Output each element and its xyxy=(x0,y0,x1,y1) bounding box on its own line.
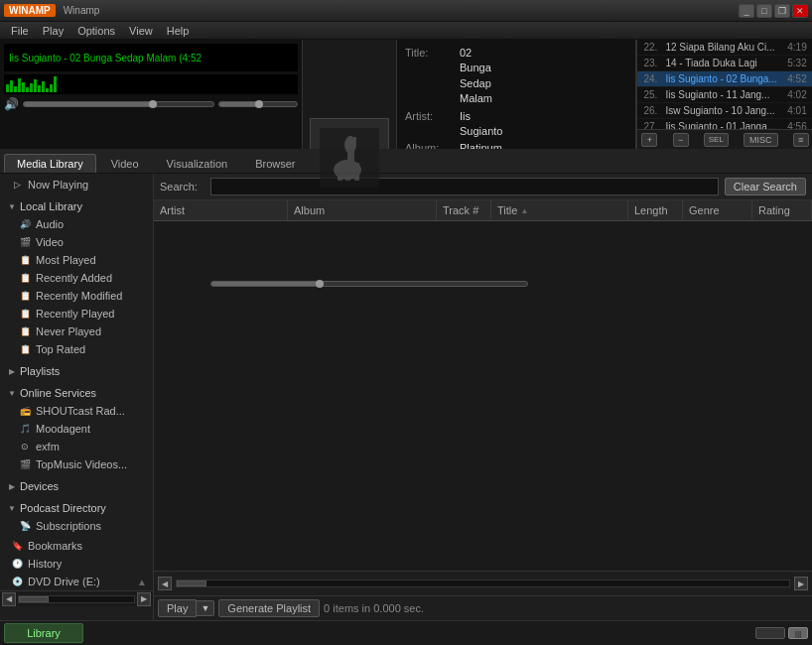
table-header: Artist Album Track # Title ▲ xyxy=(154,200,812,221)
sidebar-item-history[interactable]: 🕐 History xyxy=(0,555,153,573)
play-main-button[interactable]: Play xyxy=(158,599,197,617)
play-button-group: Play ▼ xyxy=(158,599,214,617)
clear-search-button[interactable]: Clear Search xyxy=(725,178,806,195)
menu-help[interactable]: Help xyxy=(160,22,197,39)
bottom-ctrl-1[interactable] xyxy=(755,627,785,639)
tab-video[interactable]: Video xyxy=(98,154,152,173)
menu-play[interactable]: Play xyxy=(36,22,70,39)
sidebar-scroll-right[interactable]: ▶ xyxy=(137,592,151,606)
sidebar-devices-header[interactable]: ▶ Devices xyxy=(0,477,153,495)
exfm-icon: ⊙ xyxy=(18,440,32,453)
sidebar-item-recently-modified[interactable]: 📋 Recently Modified xyxy=(0,287,153,305)
library-button[interactable]: Library xyxy=(4,623,83,643)
sidebar-online-services-section: ▼ Online Services 📻 SHOUTcast Rad... 🎵 M… xyxy=(0,382,153,475)
playlist-item-25[interactable]: 25. Iis Sugianto - 11 Jang... 4:02 xyxy=(637,87,812,103)
playlist-item-24[interactable]: 24. Iis Sugianto - 02 Bunga... 4:52 xyxy=(637,71,812,87)
recently-added-label: Recently Added xyxy=(36,272,112,284)
sidebar-item-topmusic[interactable]: 🎬 TopMusic Videos... xyxy=(0,455,153,473)
svg-rect-7 xyxy=(349,136,352,142)
hscroll-track[interactable] xyxy=(176,580,790,587)
playlist-item-27[interactable]: 27. Iis Sugianto - 01 Janga... 4:56 xyxy=(637,119,812,129)
play-dropdown-arrow[interactable]: ▼ xyxy=(197,600,214,616)
close-button[interactable]: ✕ xyxy=(792,4,808,18)
sidebar-item-recently-played[interactable]: 📋 Recently Played xyxy=(0,305,153,322)
playlist-item-23[interactable]: 23. 14 - Tiada Duka Lagi 5:32 xyxy=(637,56,812,71)
balance-slider[interactable] xyxy=(218,101,298,107)
tab-media-library[interactable]: Media Library xyxy=(4,154,96,173)
sidebar-item-moodagent[interactable]: 🎵 Moodagent xyxy=(0,420,153,438)
seek-slider[interactable] xyxy=(210,281,528,287)
dvd-eject-icon[interactable]: ▲ xyxy=(137,577,147,587)
maximize-button[interactable]: □ xyxy=(756,4,772,18)
detail-row-artist: Artist: Iis Sugianto xyxy=(405,109,502,140)
hscroll-thumb[interactable] xyxy=(177,580,206,586)
playlists-label: Playlists xyxy=(20,365,60,377)
sidebar-item-exfm[interactable]: ⊙ exfm xyxy=(0,438,153,455)
sidebar-item-shoutcast[interactable]: 📻 SHOUTcast Rad... xyxy=(0,402,153,420)
col-header-rating[interactable]: Rating xyxy=(752,200,812,220)
sidebar-now-playing-section: ▷ Now Playing xyxy=(0,174,153,195)
playlist-item-22[interactable]: 22. 12 Siapa Bilang Aku Ci... 4:19 xyxy=(637,40,812,56)
playlist-item-26[interactable]: 26. Isw Sugianto - 10 Jang... 4:01 xyxy=(637,103,812,119)
volume-slider[interactable] xyxy=(23,101,214,107)
player-section: Iis Sugianto - 02 Bunga Sedap Malam (4:5… xyxy=(0,40,812,149)
sidebar-item-dvd[interactable]: 💿 DVD Drive (E:) ▲ xyxy=(0,573,153,590)
recently-added-icon: 📋 xyxy=(18,271,32,285)
sidebar-scrollbar-thumb[interactable] xyxy=(19,596,49,602)
menu-view[interactable]: View xyxy=(122,22,160,39)
sidebar-online-services-header[interactable]: ▼ Online Services xyxy=(0,384,153,402)
sidebar-item-video[interactable]: 🎬 Video xyxy=(0,233,153,251)
expand-arrow-icon: ▼ xyxy=(6,200,18,212)
search-input[interactable] xyxy=(210,178,719,195)
col-header-genre[interactable]: Genre xyxy=(683,200,752,220)
col-header-album[interactable]: Album xyxy=(288,200,437,220)
pl-title: Iis Sugianto - 02 Bunga... xyxy=(665,73,776,84)
sidebar-local-library-section: ▼ Local Library 🔊 Audio 🎬 Video 📋 Most P… xyxy=(0,195,153,360)
pl-add-button[interactable]: + xyxy=(641,133,657,147)
col-header-length[interactable]: Length xyxy=(628,200,683,220)
sidebar-playlists-header[interactable]: ▶ Playlists xyxy=(0,362,153,380)
sidebar-item-top-rated[interactable]: 📋 Top Rated xyxy=(0,340,153,358)
tab-browser[interactable]: Browser xyxy=(242,154,308,173)
recently-played-icon: 📋 xyxy=(18,307,32,321)
sidebar-item-most-played[interactable]: 📋 Most Played xyxy=(0,251,153,269)
col-header-artist[interactable]: Artist xyxy=(154,200,288,220)
tab-visualization[interactable]: Visualization xyxy=(154,154,241,173)
viz-bar xyxy=(18,78,21,92)
hscroll-right-button[interactable]: ▶ xyxy=(794,577,808,590)
bottom-ctrl-2[interactable]: ||| xyxy=(788,627,808,639)
generate-playlist-button[interactable]: Generate Playlist xyxy=(218,599,320,617)
pl-misc-button[interactable]: MISC xyxy=(744,133,778,147)
restore-button[interactable]: ❐ xyxy=(774,4,790,18)
pl-sel-button[interactable]: SEL xyxy=(704,133,729,147)
title-value: 02 Bunga Sedap Malam xyxy=(460,46,502,107)
shoutcast-label: SHOUTcast Rad... xyxy=(36,405,125,417)
sidebar-item-now-playing[interactable]: ▷ Now Playing xyxy=(0,176,153,194)
col-header-track[interactable]: Track # xyxy=(437,200,491,220)
menu-options[interactable]: Options xyxy=(70,22,122,39)
volume-icon: 🔊 xyxy=(4,97,19,111)
artist-label: Artist: xyxy=(405,109,460,140)
pl-list-button[interactable]: ≡ xyxy=(793,133,809,147)
window-controls: _ □ ❐ ✕ xyxy=(739,4,808,18)
menu-file[interactable]: File xyxy=(4,22,36,39)
sidebar-item-recently-added[interactable]: 📋 Recently Added xyxy=(0,269,153,287)
sidebar-scrollbar-track[interactable] xyxy=(18,595,135,603)
recently-modified-icon: 📋 xyxy=(18,289,32,303)
sidebar-item-bookmarks[interactable]: 🔖 Bookmarks xyxy=(0,537,153,555)
sidebar-item-audio[interactable]: 🔊 Audio xyxy=(0,215,153,233)
sidebar-scroll-left[interactable]: ◀ xyxy=(2,592,16,606)
sidebar-podcast-header[interactable]: ▼ Podcast Directory xyxy=(0,499,153,517)
minimize-button[interactable]: _ xyxy=(739,4,754,18)
pl-duration: 4:02 xyxy=(777,89,807,100)
sidebar-item-never-played[interactable]: 📋 Never Played xyxy=(0,322,153,340)
hscroll-left-button[interactable]: ◀ xyxy=(158,577,172,590)
viz-bar xyxy=(22,82,25,92)
recently-played-label: Recently Played xyxy=(36,308,115,320)
col-header-title[interactable]: Title ▲ xyxy=(491,200,628,220)
player-main: Iis Sugianto - 02 Bunga Sedap Malam (4:5… xyxy=(0,40,636,149)
pl-remove-button[interactable]: − xyxy=(673,133,689,147)
sidebar-item-subscriptions[interactable]: 📡 Subscriptions xyxy=(0,517,153,535)
sidebar-local-library-header[interactable]: ▼ Local Library xyxy=(0,197,153,215)
most-played-icon: 📋 xyxy=(18,253,32,267)
